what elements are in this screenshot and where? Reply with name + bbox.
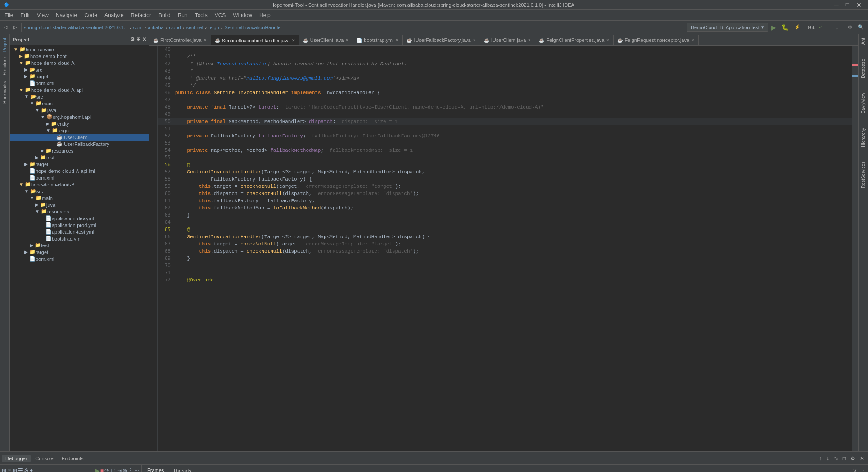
menu-help[interactable]: Help [257,11,273,19]
database-tool-btn[interactable]: Database [860,57,867,80]
tree-resources-2[interactable]: ▼ 📁 resources [10,208,149,215]
structure-tool-btn[interactable]: Structure [1,55,8,77]
tree-pom-1[interactable]: ▶ 📄 pom.xml [10,80,149,86]
debug-btn[interactable]: 🐛 [779,23,791,32]
vcs-push[interactable]: ↓ [834,24,841,31]
close-btn[interactable]: ✕ [854,1,864,9]
tab-close[interactable]: ✕ [606,38,610,42]
ant-tool-btn[interactable]: Ant [860,36,867,46]
menu-navigate[interactable]: Navigate [53,11,80,19]
dtab-threads[interactable]: Threads [169,467,194,472]
tab-iuser-client[interactable]: ☕ IUserClient.java ✕ [480,35,536,45]
svc-group-btn[interactable]: ⊞ [13,467,17,472]
debug-toolbar-restore[interactable]: ↑ [818,455,824,462]
btab-endpoints[interactable]: Endpoints [58,455,87,462]
tab-bootstrap[interactable]: 📄 bootstrap.yml ✕ [353,35,403,45]
tree-target-2[interactable]: ▶ 📁 target [10,161,149,168]
run-config-selector[interactable]: DemoCloud_B_Application-test ▾ [687,23,768,32]
tab-close[interactable]: ✕ [345,38,349,42]
tree-java-2[interactable]: ▶ 📁 java [10,201,149,208]
menu-code[interactable]: Code [81,11,100,19]
menu-vcs[interactable]: VCS [212,11,229,19]
panel-close-icon[interactable]: ✕ [142,36,146,42]
search-everywhere[interactable]: 🔍 [855,23,866,31]
tree-hope-demo-cloud-a-api[interactable]: ▼ 📁 hope-demo-cloud-A-api [10,86,149,93]
menu-refactor[interactable]: Refactor [128,11,154,19]
tab-close[interactable]: ✕ [203,38,207,42]
path-com[interactable]: com [133,25,143,30]
tree-java-1[interactable]: ▼ 📁 java [10,107,149,113]
debug-toolbar-down[interactable]: ↓ [825,455,831,462]
maximize-btn[interactable]: □ [843,1,852,9]
svc-add-btn[interactable]: + [30,467,33,472]
menu-edit[interactable]: Edit [18,11,32,19]
tree-src-2[interactable]: ▼ 📂 src [10,93,149,100]
tab-user-client[interactable]: ☕ UserClient.java ✕ [299,35,353,45]
debug-toolbar-up[interactable]: ⤡ [832,455,840,462]
svc-step-out-btn[interactable]: ↑ [113,467,116,472]
panel-settings-icon[interactable]: ⚙ [130,36,135,42]
tab-feign-interceptor[interactable]: ☕ FeignRequestInterceptor.java ✕ [614,35,699,45]
svc-evaluate-btn[interactable]: ⊛ [122,467,127,472]
code-editor[interactable]: 40 41 /** 42 * {@link InvocationHandler}… [149,46,858,451]
tree-target-3[interactable]: ▶ 📁 target [10,249,149,255]
tree-hope-demo-boot[interactable]: ▶ 📁 hope-demo-boot [10,53,149,59]
git-checkmark[interactable]: ✓ [816,23,825,31]
tree-app-dev[interactable]: ▶ 📄 application-dev.yml [10,215,149,222]
menu-view[interactable]: View [34,11,51,19]
svc-collapse-btn[interactable]: ⊟ [7,467,12,472]
svc-run-btn[interactable]: ▶ [95,467,99,472]
path-project[interactable]: spring-cloud-starter-alibaba-sentinel-20… [24,25,128,30]
svc-extra-btn[interactable]: ⋯ [134,467,140,472]
menu-tools[interactable]: Tools [192,11,210,19]
frames-copy-btn[interactable]: ↑ [860,468,867,472]
tab-close[interactable]: ✕ [691,38,695,42]
btab-console[interactable]: Console [32,455,57,462]
svc-run-to-cursor-btn[interactable]: ⇥ [117,467,122,472]
debug-toolbar-close[interactable]: ✕ [858,455,866,462]
tree-src-3[interactable]: ▼ 📂 src [10,188,149,195]
window-controls[interactable]: ─ □ ✕ [832,1,864,9]
path-feign[interactable]: feign [208,25,219,30]
bookmarks-tool-btn[interactable]: Bookmarks [1,79,8,105]
tab-close[interactable]: ✕ [473,38,476,42]
tab-feign-client-props[interactable]: ☕ FeignClientProperties.java ✕ [535,35,614,45]
tab-first-controller[interactable]: ☕ FirstController.java ✕ [149,35,211,45]
tree-bootstrap[interactable]: ▶ 📄 bootstrap.yml [10,235,149,242]
editor-scrollbar[interactable] [852,46,858,451]
tree-app-test[interactable]: ▶ 📄 application-test.yml [10,228,149,235]
tree-resources-1[interactable]: ▶ 📁 resources [10,147,149,154]
tree-pom-2[interactable]: ▶ 📄 pom.xml [10,174,149,181]
tree-test-2[interactable]: ▶ 📁 test [10,242,149,249]
menu-analyze[interactable]: Analyze [102,11,127,19]
tab-close[interactable]: ✕ [528,38,531,42]
menu-build[interactable]: Build [156,11,173,19]
tree-feign[interactable]: ▼ 📁 feign [10,127,149,134]
toolbar-forward[interactable]: ▷ [11,23,19,31]
tree-hope-demo-cloud-a[interactable]: ▼ 📁 hope-demo-cloud-A [10,59,149,66]
savyview-tool-btn[interactable]: SaviyView [860,91,867,115]
tree-api-iml[interactable]: ▶ 📄 hope-demo-cloud-A-api.iml [10,168,149,174]
debug-toolbar-settings[interactable]: ⚙ [849,455,857,462]
svc-expand-btn[interactable]: ⊞ [2,467,6,472]
path-file[interactable]: SentinelInvocationHandler [225,25,282,30]
tree-hope-demo-cloud-b[interactable]: ▼ 📁 hope-demo-cloud-B [10,181,149,188]
menu-file[interactable]: File [2,11,16,19]
rest-services-btn[interactable]: RestServices [860,160,867,190]
svc-stop-btn[interactable]: ■ [100,467,104,472]
panel-expand-icon[interactable]: ⊞ [136,36,140,42]
tree-test-1[interactable]: ▶ 📁 test [10,154,149,161]
btab-debugger[interactable]: Debugger [2,455,31,462]
run-btn[interactable]: ▶ [769,23,778,32]
tree-hope-service[interactable]: ▼ 📁 hope-service [10,46,149,53]
svc-step-over-btn[interactable]: ↷ [104,467,109,472]
svc-more-btn[interactable]: ⋮ [128,467,133,472]
dtab-frames[interactable]: Frames [144,467,167,472]
path-cloud[interactable]: cloud [169,25,181,30]
tab-sentinel-handler[interactable]: ☕ SentinelInvocationHandler.java ✕ [211,35,299,45]
svc-filter-btn[interactable]: ☰ [18,467,23,472]
minimize-btn[interactable]: ─ [832,1,841,9]
tree-entity[interactable]: ▶ 📁 entity [10,120,149,127]
menu-window[interactable]: Window [230,11,255,19]
profile-btn[interactable]: ⚡ [792,23,803,31]
